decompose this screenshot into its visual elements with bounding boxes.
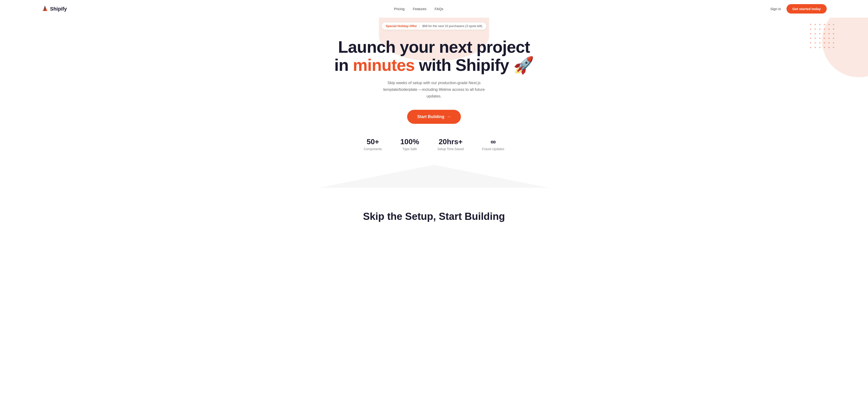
stat-type-safe-label: Type Safe <box>403 147 417 151</box>
stat-updates-value: ∞ <box>482 138 504 146</box>
cta-arrow: → <box>446 114 451 119</box>
get-started-button[interactable]: Get started today <box>786 4 827 13</box>
hero-title-suffix: with Shipify 🚀 <box>415 56 534 74</box>
hero-title-highlight: minutes <box>353 56 414 74</box>
hero-title-prefix: in <box>334 56 353 74</box>
bottom-title: Skip the Setup, Start Building <box>9 211 859 222</box>
logo-text: Shipify <box>50 6 67 12</box>
stat-components-label: Components <box>364 147 382 151</box>
offer-text: $99 for the next 10 purchasers (3 spots … <box>422 24 482 28</box>
start-building-button[interactable]: Start Building → <box>407 110 461 124</box>
stat-components-value: 50+ <box>364 138 382 146</box>
offer-badge: Special Holiday Offer | $99 for the next… <box>381 22 487 30</box>
hero-section: Special Holiday Offer | $99 for the next… <box>0 18 868 202</box>
nav-links: Pricing Features FAQs <box>394 7 443 11</box>
triangle-decoration <box>9 165 859 188</box>
hero-subtitle: Skip weeks of setup with our production-… <box>379 80 489 100</box>
nav-right: Sign in Get started today <box>771 4 827 13</box>
stats-row: 50+ Components 100% Type Safe 20hrs+ Set… <box>9 138 859 151</box>
stat-type-safe-value: 100% <box>400 138 419 146</box>
bottom-section: Skip the Setup, Start Building <box>0 202 868 227</box>
hero-content: Special Holiday Offer | $99 for the next… <box>9 22 859 151</box>
nav-faqs[interactable]: FAQs <box>435 7 443 11</box>
stat-setup-time-label: Setup Time Saved <box>437 147 464 151</box>
hero-title: Launch your next project in minutes with… <box>9 38 859 74</box>
sign-in-link[interactable]: Sign in <box>771 7 781 11</box>
stat-components: 50+ Components <box>364 138 382 151</box>
logo[interactable]: Shipify <box>41 5 67 12</box>
stat-updates: ∞ Future Updates <box>482 138 504 151</box>
stat-setup-time-value: 20hrs+ <box>437 138 464 146</box>
nav-features[interactable]: Features <box>413 7 427 11</box>
cta-label: Start Building <box>417 114 444 119</box>
navbar: Shipify Pricing Features FAQs Sign in Ge… <box>0 0 868 18</box>
stat-setup-time: 20hrs+ Setup Time Saved <box>437 138 464 151</box>
nav-pricing[interactable]: Pricing <box>394 7 405 11</box>
logo-icon <box>41 5 49 12</box>
stat-updates-label: Future Updates <box>482 147 504 151</box>
offer-label: Special Holiday Offer <box>386 24 417 28</box>
hero-title-line1: Launch your next project <box>338 38 530 56</box>
svg-rect-0 <box>44 6 45 11</box>
triangle-shape <box>319 165 549 188</box>
stat-type-safe: 100% Type Safe <box>400 138 419 151</box>
